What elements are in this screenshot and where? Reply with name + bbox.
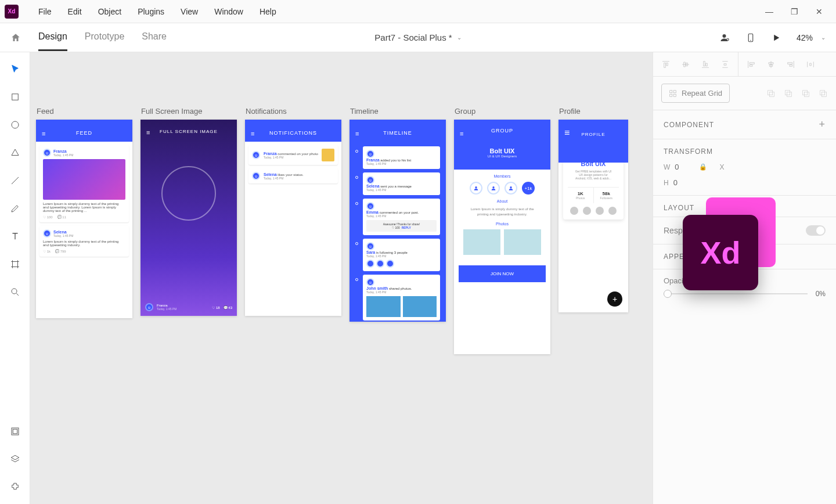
tool-pen[interactable]: [10, 203, 20, 214]
svg-point-12: [510, 186, 511, 188]
zoom-chevron-icon[interactable]: ⌄: [821, 34, 826, 41]
tl-sublikes: 100: [395, 226, 400, 229]
grp-photos: Photos: [459, 222, 546, 226]
distribute-v-icon[interactable]: [720, 60, 730, 69]
canvas[interactable]: Feed ≡FEED ☺FranzaToday, 1:45 PM Lorem I…: [30, 52, 653, 504]
opacity-slider[interactable]: [664, 293, 808, 294]
window-minimize[interactable]: —: [765, 7, 773, 16]
mobile-preview-icon[interactable]: [745, 33, 756, 43]
tl-d5: Today, 1:45 PM: [366, 290, 437, 294]
artboard-label[interactable]: Group: [454, 107, 550, 116]
artboard-group[interactable]: ≡GROUP Bolt UIX UI & UX Designers Member…: [454, 120, 550, 354]
tool-text[interactable]: [10, 231, 20, 242]
tool-line[interactable]: [10, 175, 20, 186]
play-icon[interactable]: [771, 33, 781, 43]
window-maximize[interactable]: ❐: [791, 7, 798, 16]
align-bottom-icon[interactable]: [701, 60, 710, 69]
grp-sub: UI & UX Designers: [460, 154, 545, 158]
responsive-toggle[interactable]: [806, 225, 826, 236]
menu-edit[interactable]: Edit: [60, 7, 90, 16]
prof-stat2-n: 58k: [597, 191, 616, 196]
repeat-grid-button[interactable]: Repeat Grid: [661, 84, 730, 103]
svg-rect-24: [820, 90, 825, 95]
artboard-fullscreen[interactable]: ≡FULL SCREEN IMAGE ☺ FranzaToday, 1:45 P…: [140, 120, 237, 316]
menu-plugins[interactable]: Plugins: [129, 7, 172, 16]
svg-rect-4: [12, 94, 18, 100]
transform-w-label: W: [664, 163, 670, 171]
transform-h-value[interactable]: 0: [673, 178, 678, 187]
svg-rect-9: [13, 429, 17, 434]
prof-stat1-n: 1K: [571, 191, 590, 196]
artboard-label[interactable]: Notifications: [245, 107, 341, 116]
xd-logo-overlay: Xd: [683, 197, 776, 290]
svg-rect-22: [803, 90, 808, 95]
tl-d3: Today, 1:45 PM: [366, 214, 437, 218]
distribute-h-icon[interactable]: [806, 60, 815, 69]
add-component-icon[interactable]: +: [819, 118, 826, 131]
tl-n2: Selena: [366, 184, 380, 188]
align-top-icon[interactable]: [661, 60, 671, 69]
svg-rect-21: [787, 92, 791, 96]
zoom-value[interactable]: 42%: [797, 33, 813, 42]
artboard-label[interactable]: Full Screen Image: [140, 107, 237, 116]
align-right-icon[interactable]: [786, 60, 795, 69]
tool-artboard[interactable]: [10, 259, 20, 269]
transform-heading: TRANSFORM: [664, 147, 713, 156]
menu-help[interactable]: Help: [251, 7, 284, 16]
artboard-notifications[interactable]: ≡NOTIFICATIONS ☺ Franza commented on you…: [245, 120, 341, 316]
svg-point-5: [12, 121, 19, 128]
menu-object[interactable]: Object: [90, 7, 129, 16]
fullimg-date: Today, 1:45 PM: [157, 307, 208, 311]
tab-prototype[interactable]: Prototype: [85, 24, 124, 51]
panel-plugins[interactable]: [10, 482, 20, 492]
artboard-feed[interactable]: ≡FEED ☺FranzaToday, 1:45 PM Lorem Ipsum …: [36, 120, 132, 318]
feed-header: FEED: [76, 130, 92, 136]
tool-rectangle[interactable]: [10, 92, 20, 102]
notif-name2: Selena: [264, 172, 277, 177]
artboard-profile[interactable]: ≡PROFILE Bolt UIX Get FREE templates wit…: [558, 120, 628, 312]
align-left-icon[interactable]: [747, 60, 756, 69]
opacity-value[interactable]: 0%: [816, 290, 826, 298]
svg-rect-15: [673, 90, 676, 92]
tool-select[interactable]: [10, 64, 20, 74]
tool-zoom[interactable]: [10, 287, 20, 297]
transform-h-label: H: [664, 179, 669, 187]
artboard-label[interactable]: Profile: [558, 107, 628, 116]
artboard-label[interactable]: Feed: [36, 107, 132, 116]
window-close[interactable]: ✕: [816, 7, 823, 16]
boolean-exclude-icon[interactable]: [819, 89, 828, 98]
notif-name: Franza: [264, 152, 277, 156]
chevron-down-icon[interactable]: ⌄: [457, 34, 462, 41]
panel-assets[interactable]: [10, 426, 20, 437]
feed-comments: 11: [62, 215, 66, 219]
feed-user: Franza: [53, 149, 73, 153]
align-hcenter-icon[interactable]: [766, 60, 776, 69]
boolean-intersect-icon[interactable]: [801, 89, 810, 98]
grp-header: GROUP: [491, 128, 513, 134]
svg-rect-18: [768, 90, 773, 95]
svg-rect-17: [673, 94, 676, 96]
home-icon[interactable]: [10, 33, 21, 43]
tool-ellipse[interactable]: [10, 120, 20, 130]
align-vcenter-icon[interactable]: [681, 60, 690, 69]
svg-rect-23: [804, 92, 809, 96]
artboard-timeline[interactable]: ≡TIMELINE ☺Franza added you to his listT…: [349, 120, 446, 322]
tab-design[interactable]: Design: [38, 24, 67, 51]
boolean-subtract-icon[interactable]: [784, 89, 793, 98]
boolean-add-icon[interactable]: [766, 89, 776, 98]
tool-polygon[interactable]: [10, 147, 20, 158]
transform-w-value[interactable]: 0: [675, 163, 679, 171]
tl-d2: Today, 1:45 PM: [366, 188, 437, 192]
menu-file[interactable]: File: [30, 7, 60, 16]
menu-window[interactable]: Window: [206, 7, 251, 16]
document-title[interactable]: Part7 - Social Plus *: [374, 33, 452, 42]
menu-view[interactable]: View: [172, 7, 206, 16]
lock-icon[interactable]: 🔒: [699, 163, 707, 171]
panel-layers[interactable]: [10, 454, 20, 465]
invite-icon[interactable]: [720, 33, 730, 43]
prof-stat1-l: Photos: [571, 196, 590, 200]
artboard-label[interactable]: Timeline: [349, 107, 446, 116]
tab-share[interactable]: Share: [142, 24, 167, 51]
tl-reply: REPLY: [402, 226, 411, 229]
svg-rect-6: [12, 262, 17, 267]
